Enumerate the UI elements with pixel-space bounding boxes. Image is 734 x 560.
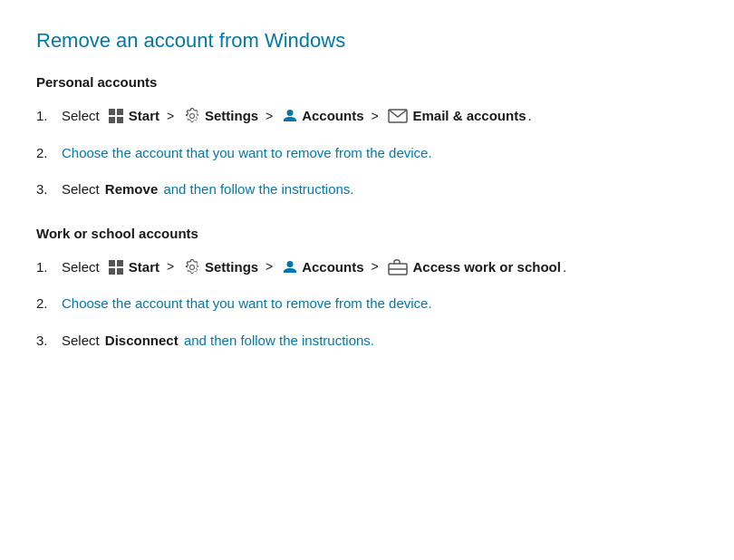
step-number: 3. <box>36 179 62 200</box>
step-text: and then follow the instructions. <box>180 331 374 352</box>
work-step-2: 2. Choose the account that you want to r… <box>36 294 698 314</box>
chevron-icon: > <box>262 107 276 126</box>
personal-step-3: 3. Select Remove and then follow the ins… <box>36 179 698 200</box>
person-icon <box>282 108 298 124</box>
step-text: and then follow the instructions. <box>159 179 353 200</box>
step-number: 3. <box>36 331 62 352</box>
briefcase-icon <box>388 259 408 275</box>
step-text: Select <box>62 179 103 200</box>
chevron-icon: > <box>368 107 382 126</box>
disconnect-label: Disconnect <box>105 331 179 352</box>
step-content: Select Disconnect and then follow the in… <box>62 331 374 352</box>
step-content: Select Start > Settings > Acco <box>62 106 532 127</box>
step-text: Select <box>62 331 103 352</box>
personal-step-1: 1. Select Start > Settings > <box>36 106 698 127</box>
step-number: 1. <box>36 106 62 127</box>
email-accounts-label: Email & accounts <box>412 106 526 127</box>
personal-steps-list: 1. Select Start > Settings > <box>36 106 698 200</box>
step-text: Choose the account that you want to remo… <box>62 143 432 164</box>
personal-section: Personal accounts 1. Select Start > Sett… <box>36 74 698 200</box>
person-icon <box>282 259 298 275</box>
step-number: 1. <box>36 257 62 278</box>
gear-icon <box>184 108 200 124</box>
access-work-label: Access work or school <box>412 257 560 278</box>
start-label: Start <box>129 257 159 278</box>
start-label: Start <box>129 106 159 127</box>
work-steps-list: 1. Select Start > Settings > Accounts <box>36 257 698 352</box>
settings-label: Settings <box>205 106 258 127</box>
work-section: Work or school accounts 1. Select Start … <box>36 226 698 352</box>
email-icon <box>388 109 408 123</box>
step-number: 2. <box>36 143 62 164</box>
step-content: Select Remove and then follow the instru… <box>62 179 354 200</box>
windows-icon <box>109 109 123 123</box>
personal-step-2: 2. Choose the account that you want to r… <box>36 143 698 164</box>
chevron-icon: > <box>163 107 178 126</box>
chevron-icon: > <box>163 257 178 276</box>
step-content: Select Start > Settings > Accounts > <box>62 257 566 278</box>
work-step-3: 3. Select Disconnect and then follow the… <box>36 331 698 352</box>
accounts-label: Accounts <box>302 257 363 278</box>
work-heading: Work or school accounts <box>36 226 698 241</box>
work-step-1: 1. Select Start > Settings > Accounts <box>36 257 698 278</box>
period: . <box>563 257 566 278</box>
remove-label: Remove <box>105 179 158 200</box>
accounts-label: Accounts <box>302 106 363 127</box>
step-text: Select <box>62 257 103 278</box>
settings-label: Settings <box>205 257 258 278</box>
windows-icon <box>109 260 123 275</box>
gear-icon <box>184 259 200 275</box>
page-title: Remove an account from Windows <box>36 29 698 53</box>
step-text: Choose the account that you want to remo… <box>62 294 432 314</box>
step-text: Select <box>62 106 103 127</box>
personal-heading: Personal accounts <box>36 74 698 90</box>
period: . <box>528 106 532 127</box>
chevron-icon: > <box>368 257 382 276</box>
chevron-icon: > <box>262 257 276 276</box>
step-number: 2. <box>36 294 62 314</box>
